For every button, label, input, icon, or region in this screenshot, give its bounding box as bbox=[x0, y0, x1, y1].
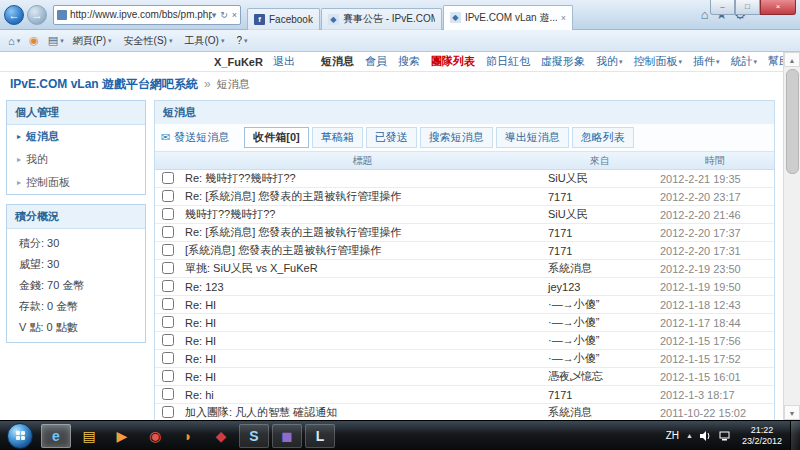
message-row[interactable]: [系統消息] 您發表的主題被執行管理操作 7171 2012-2-20 17:3… bbox=[155, 242, 774, 260]
lol-icon[interactable]: L bbox=[305, 424, 335, 448]
row-checkbox[interactable] bbox=[162, 298, 174, 310]
message-row[interactable]: Re: hi 7171 2012-1-3 18:17 bbox=[155, 386, 774, 404]
tab-close-icon[interactable]: × bbox=[561, 13, 566, 23]
nav-item[interactable]: 搜索 ▾ bbox=[398, 54, 420, 69]
wmp-icon[interactable]: ▶ bbox=[107, 424, 137, 448]
message-title-link[interactable]: Re: 幾時打??幾時打?? bbox=[181, 171, 544, 186]
show-hidden-icons[interactable]: ▲ bbox=[686, 432, 693, 439]
close-button[interactable]: × bbox=[760, 0, 796, 15]
message-row[interactable]: Re: HI ·—→小傻” 2012-1-15 17:56 bbox=[155, 332, 774, 350]
row-checkbox[interactable] bbox=[162, 226, 174, 238]
clock[interactable]: 21:22 23/2/2012 bbox=[738, 425, 786, 447]
message-title-link[interactable]: [系統消息] 您發表的主題被執行管理操作 bbox=[181, 243, 544, 258]
sidebar-item[interactable]: ▸ 我的 bbox=[7, 148, 145, 171]
refresh-icon[interactable]: ↻ bbox=[220, 10, 228, 20]
address-dropdown-icon[interactable]: ▾ bbox=[212, 10, 217, 20]
skype-icon[interactable]: S bbox=[239, 424, 269, 448]
maximize-button[interactable]: □ bbox=[735, 0, 760, 15]
message-title-link[interactable]: Re: HI bbox=[181, 371, 544, 383]
app-purple-icon[interactable]: ◼ bbox=[272, 424, 302, 448]
message-row[interactable]: Re: HI ·—→小傻” 2012-1-18 12:43 bbox=[155, 296, 774, 314]
nav-item[interactable]: 節日紅包 ▾ bbox=[486, 54, 530, 69]
message-title-link[interactable]: Re: HI bbox=[181, 353, 544, 365]
command-menu[interactable]: 工具(O) ▾ bbox=[184, 34, 224, 48]
message-tab[interactable]: 收件箱[0] bbox=[244, 127, 308, 148]
language-indicator[interactable]: ZH bbox=[666, 430, 679, 441]
feeds-icon[interactable]: ◉ bbox=[29, 34, 39, 47]
row-checkbox[interactable] bbox=[162, 370, 174, 382]
message-row[interactable]: Re: HI 憑夜乄憶忘 2012-1-15 16:01 bbox=[155, 368, 774, 386]
message-title-link[interactable]: 加入團隊: 凡人的智慧 確認通知 bbox=[181, 405, 544, 420]
message-row[interactable]: Re: 幾時打??幾時打?? SiU乂民 2012-2-21 19:35 bbox=[155, 170, 774, 188]
logout-link[interactable]: 退出 bbox=[273, 54, 295, 69]
message-title-link[interactable]: 單挑: SiU乂民 vs X_FuKeR bbox=[181, 261, 544, 276]
row-checkbox[interactable] bbox=[162, 244, 174, 256]
nav-item[interactable]: 虛擬形象 ▾ bbox=[541, 54, 585, 69]
message-title-link[interactable]: Re: hi bbox=[181, 389, 544, 401]
message-row[interactable]: Re: 123 jey123 2012-1-19 19:50 bbox=[155, 278, 774, 296]
message-tab[interactable]: 已發送 bbox=[366, 127, 417, 148]
url-text[interactable]: http://www.ipve.com/bbs/pm.php bbox=[70, 9, 212, 20]
row-checkbox[interactable] bbox=[162, 172, 174, 184]
sidebar-item[interactable]: ▸ 控制面板 bbox=[7, 171, 145, 194]
browser-tab[interactable]: ◆ 賽事公告 - IPvE.COM v... × bbox=[321, 8, 442, 30]
row-checkbox[interactable] bbox=[162, 406, 174, 418]
scroll-down-icon[interactable]: ▼ bbox=[784, 405, 800, 420]
message-row[interactable]: 幾時打??幾時打?? SiU乂民 2012-2-20 21:46 bbox=[155, 206, 774, 224]
print-icon[interactable]: ▤▾ bbox=[48, 34, 64, 47]
show-desktop-button[interactable] bbox=[790, 421, 800, 450]
message-title-link[interactable]: 幾時打??幾時打?? bbox=[181, 207, 544, 222]
stop-icon[interactable]: × bbox=[232, 10, 237, 20]
row-checkbox[interactable] bbox=[162, 190, 174, 202]
command-menu[interactable]: 網頁(P) ▾ bbox=[73, 34, 112, 48]
message-title-link[interactable]: Re: HI bbox=[181, 317, 544, 329]
nav-item[interactable]: 插件 ▾ bbox=[693, 54, 720, 69]
message-tab[interactable]: 忽略列表 bbox=[572, 127, 634, 148]
scrollbar-thumb[interactable] bbox=[786, 69, 799, 174]
back-icon[interactable]: ← bbox=[4, 5, 24, 25]
row-checkbox[interactable] bbox=[162, 352, 174, 364]
app-red-icon[interactable]: ◆ bbox=[206, 424, 236, 448]
home-icon[interactable]: ⌂ bbox=[701, 7, 709, 22]
vertical-scrollbar[interactable]: ▲ ▼ bbox=[783, 52, 800, 420]
nav-item[interactable]: 團隊列表 ▾ bbox=[431, 54, 475, 69]
row-checkbox[interactable] bbox=[162, 316, 174, 328]
start-button[interactable] bbox=[7, 423, 33, 449]
nav-item[interactable]: 短消息 ▾ bbox=[321, 54, 354, 69]
network-icon[interactable] bbox=[719, 431, 731, 441]
nav-item[interactable]: 我的 ▾ bbox=[596, 54, 623, 69]
message-tab[interactable]: 草稿箱 bbox=[312, 127, 363, 148]
firefox-icon[interactable]: ◗ bbox=[173, 424, 203, 448]
message-title-link[interactable]: Re: [系統消息] 您發表的主題被執行管理操作 bbox=[181, 189, 544, 204]
row-checkbox[interactable] bbox=[162, 388, 174, 400]
row-checkbox[interactable] bbox=[162, 280, 174, 292]
address-bar[interactable]: http://www.ipve.com/bbs/pm.php ▾ ↻ × bbox=[53, 5, 241, 25]
browser-tab[interactable]: ◆ IPvE.COM vLan 遊... × bbox=[443, 5, 573, 30]
command-menu[interactable]: ? ▾ bbox=[236, 34, 247, 48]
message-title-link[interactable]: Re: 123 bbox=[181, 281, 544, 293]
message-tab[interactable]: 搜索短消息 bbox=[420, 127, 493, 148]
nav-item[interactable]: 會員 ▾ bbox=[365, 54, 387, 69]
nav-item[interactable]: 控制面板 ▾ bbox=[633, 54, 682, 69]
sidebar-item[interactable]: ▸ 短消息 bbox=[7, 125, 145, 148]
message-row[interactable]: 單挑: SiU乂民 vs X_FuKeR 系統消息 2012-2-19 23:5… bbox=[155, 260, 774, 278]
message-title-link[interactable]: Re: HI bbox=[181, 335, 544, 347]
message-row[interactable]: Re: HI ·—→小傻” 2012-1-15 17:52 bbox=[155, 350, 774, 368]
scroll-up-icon[interactable]: ▲ bbox=[784, 52, 800, 67]
message-title-link[interactable]: Re: HI bbox=[181, 299, 544, 311]
minimize-button[interactable]: – bbox=[710, 0, 735, 15]
volume-icon[interactable] bbox=[700, 431, 712, 441]
browser-tab[interactable]: f Facebook × bbox=[247, 8, 320, 30]
compose-link[interactable]: ✉ 發送短消息 bbox=[161, 130, 229, 145]
row-checkbox[interactable] bbox=[162, 334, 174, 346]
site-title[interactable]: IPvE.COM vLan 遊戲平台網吧系統 bbox=[10, 76, 198, 93]
row-checkbox[interactable] bbox=[162, 208, 174, 220]
ie-icon[interactable]: e bbox=[41, 424, 71, 448]
message-title-link[interactable]: Re: [系統消息] 您發表的主題被執行管理操作 bbox=[181, 225, 544, 240]
forward-icon[interactable]: → bbox=[27, 5, 47, 25]
chrome-icon[interactable]: ◉ bbox=[140, 424, 170, 448]
message-tab[interactable]: 導出短消息 bbox=[496, 127, 569, 148]
nav-item[interactable]: 統計 ▾ bbox=[730, 54, 757, 69]
explorer-icon[interactable]: ▤ bbox=[74, 424, 104, 448]
message-row[interactable]: Re: [系統消息] 您發表的主題被執行管理操作 7171 2012-2-20 … bbox=[155, 188, 774, 206]
